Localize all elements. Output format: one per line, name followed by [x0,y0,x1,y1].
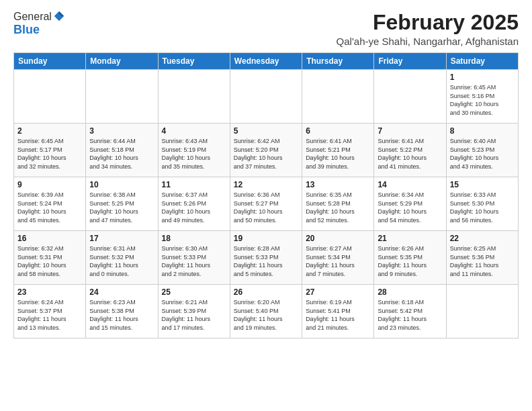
day-info: Sunrise: 6:42 AM Sunset: 5:20 PM Dayligh… [234,137,298,171]
day-number: 26 [234,287,298,297]
day-number: 1 [450,73,515,82]
day-info: Sunrise: 6:36 AM Sunset: 5:27 PM Dayligh… [234,191,298,224]
day-number: 15 [450,180,515,189]
day-info: Sunrise: 6:38 AM Sunset: 5:25 PM Dayligh… [89,191,154,224]
calendar-cell: 18Sunrise: 6:30 AM Sunset: 5:33 PM Dayli… [158,231,230,285]
day-number: 3 [89,126,154,136]
day-info: Sunrise: 6:30 AM Sunset: 5:33 PM Dayligh… [162,244,226,278]
day-header-tuesday: Tuesday [158,53,230,70]
day-number: 23 [17,287,82,297]
calendar-cell: 20Sunrise: 6:27 AM Sunset: 5:34 PM Dayli… [302,231,374,285]
day-number: 14 [378,180,442,189]
calendar-cell [230,70,302,124]
week-row-1: 1Sunrise: 6:45 AM Sunset: 5:16 PM Daylig… [14,70,519,124]
day-number: 10 [89,180,154,189]
calendar-cell: 25Sunrise: 6:21 AM Sunset: 5:39 PM Dayli… [158,285,230,338]
day-info: Sunrise: 6:39 AM Sunset: 5:24 PM Dayligh… [17,191,82,224]
day-info: Sunrise: 6:18 AM Sunset: 5:42 PM Dayligh… [378,298,442,332]
day-number: 5 [234,126,298,136]
calendar-cell: 3Sunrise: 6:44 AM Sunset: 5:18 PM Daylig… [86,124,158,177]
day-number: 2 [17,126,82,136]
calendar-cell: 1Sunrise: 6:45 AM Sunset: 5:16 PM Daylig… [446,70,518,124]
day-info: Sunrise: 6:27 AM Sunset: 5:34 PM Dayligh… [306,244,370,278]
day-number: 27 [306,287,370,297]
title-section: February 2025 Qal'ah-ye Shahi, Nangarhar… [337,11,519,47]
day-number: 24 [89,287,154,297]
calendar-cell: 27Sunrise: 6:19 AM Sunset: 5:41 PM Dayli… [302,285,374,338]
calendar-cell [374,70,446,124]
day-number: 13 [306,180,370,189]
calendar-cell [446,285,518,338]
day-info: Sunrise: 6:32 AM Sunset: 5:31 PM Dayligh… [17,244,82,278]
day-info: Sunrise: 6:24 AM Sunset: 5:37 PM Dayligh… [17,298,82,332]
day-number: 11 [162,180,226,189]
calendar-cell [14,70,86,124]
day-number: 12 [234,180,298,189]
day-info: Sunrise: 6:45 AM Sunset: 5:17 PM Dayligh… [17,137,82,171]
logo-general-text: General [13,11,52,23]
calendar-cell: 4Sunrise: 6:43 AM Sunset: 5:19 PM Daylig… [158,124,230,177]
day-info: Sunrise: 6:40 AM Sunset: 5:23 PM Dayligh… [450,137,515,171]
week-row-4: 16Sunrise: 6:32 AM Sunset: 5:31 PM Dayli… [14,231,519,285]
calendar-cell: 24Sunrise: 6:23 AM Sunset: 5:38 PM Dayli… [86,285,158,338]
day-header-monday: Monday [86,53,158,70]
day-header-friday: Friday [374,53,446,70]
day-header-wednesday: Wednesday [230,53,302,70]
day-number: 17 [89,234,154,243]
day-info: Sunrise: 6:45 AM Sunset: 5:16 PM Dayligh… [450,83,515,117]
calendar-cell: 2Sunrise: 6:45 AM Sunset: 5:17 PM Daylig… [14,124,86,177]
calendar-cell: 9Sunrise: 6:39 AM Sunset: 5:24 PM Daylig… [14,177,86,231]
logo-icon [53,10,65,22]
calendar-cell: 28Sunrise: 6:18 AM Sunset: 5:42 PM Dayli… [374,285,446,338]
calendar-cell: 10Sunrise: 6:38 AM Sunset: 5:25 PM Dayli… [86,177,158,231]
logo-blue-text: Blue [13,23,40,36]
day-info: Sunrise: 6:21 AM Sunset: 5:39 PM Dayligh… [162,298,226,332]
day-info: Sunrise: 6:37 AM Sunset: 5:26 PM Dayligh… [162,191,226,224]
day-info: Sunrise: 6:23 AM Sunset: 5:38 PM Dayligh… [89,298,154,332]
day-number: 9 [17,180,82,189]
day-number: 21 [378,234,442,243]
calendar-cell: 8Sunrise: 6:40 AM Sunset: 5:23 PM Daylig… [446,124,518,177]
location-title: Qal'ah-ye Shahi, Nangarhar, Afghanistan [337,36,519,47]
calendar-cell: 23Sunrise: 6:24 AM Sunset: 5:37 PM Dayli… [14,285,86,338]
week-row-3: 9Sunrise: 6:39 AM Sunset: 5:24 PM Daylig… [14,177,519,231]
calendar-cell [86,70,158,124]
day-info: Sunrise: 6:41 AM Sunset: 5:22 PM Dayligh… [378,137,442,171]
page: General Blue February 2025 Qal'ah-ye Sha… [0,0,532,411]
month-title: February 2025 [337,11,519,34]
calendar-cell: 11Sunrise: 6:37 AM Sunset: 5:26 PM Dayli… [158,177,230,231]
day-number: 19 [234,234,298,243]
day-info: Sunrise: 6:44 AM Sunset: 5:18 PM Dayligh… [89,137,154,171]
day-number: 7 [378,126,442,136]
calendar-cell: 12Sunrise: 6:36 AM Sunset: 5:27 PM Dayli… [230,177,302,231]
day-info: Sunrise: 6:26 AM Sunset: 5:35 PM Dayligh… [378,244,442,278]
week-row-2: 2Sunrise: 6:45 AM Sunset: 5:17 PM Daylig… [14,124,519,177]
day-info: Sunrise: 6:33 AM Sunset: 5:30 PM Dayligh… [450,191,515,224]
header-row: SundayMondayTuesdayWednesdayThursdayFrid… [14,53,519,70]
day-header-thursday: Thursday [302,53,374,70]
calendar-cell: 16Sunrise: 6:32 AM Sunset: 5:31 PM Dayli… [14,231,86,285]
day-number: 18 [162,234,226,243]
calendar-cell: 26Sunrise: 6:20 AM Sunset: 5:40 PM Dayli… [230,285,302,338]
day-number: 16 [17,234,82,243]
calendar-cell: 13Sunrise: 6:35 AM Sunset: 5:28 PM Dayli… [302,177,374,231]
day-info: Sunrise: 6:34 AM Sunset: 5:29 PM Dayligh… [378,191,442,224]
calendar-cell [302,70,374,124]
calendar-cell: 19Sunrise: 6:28 AM Sunset: 5:33 PM Dayli… [230,231,302,285]
calendar-cell: 21Sunrise: 6:26 AM Sunset: 5:35 PM Dayli… [374,231,446,285]
calendar-table: SundayMondayTuesdayWednesdayThursdayFrid… [13,52,519,338]
day-info: Sunrise: 6:31 AM Sunset: 5:32 PM Dayligh… [89,244,154,278]
header: General Blue February 2025 Qal'ah-ye Sha… [13,11,519,47]
day-info: Sunrise: 6:20 AM Sunset: 5:40 PM Dayligh… [234,298,298,332]
day-info: Sunrise: 6:43 AM Sunset: 5:19 PM Dayligh… [162,137,226,171]
day-number: 6 [306,126,370,136]
day-header-saturday: Saturday [446,53,518,70]
day-info: Sunrise: 6:25 AM Sunset: 5:36 PM Dayligh… [450,244,515,278]
calendar-cell: 5Sunrise: 6:42 AM Sunset: 5:20 PM Daylig… [230,124,302,177]
day-info: Sunrise: 6:19 AM Sunset: 5:41 PM Dayligh… [306,298,370,332]
logo: General Blue [13,11,65,37]
day-number: 25 [162,287,226,297]
day-number: 22 [450,234,515,243]
calendar-cell: 6Sunrise: 6:41 AM Sunset: 5:21 PM Daylig… [302,124,374,177]
day-number: 28 [378,287,442,297]
